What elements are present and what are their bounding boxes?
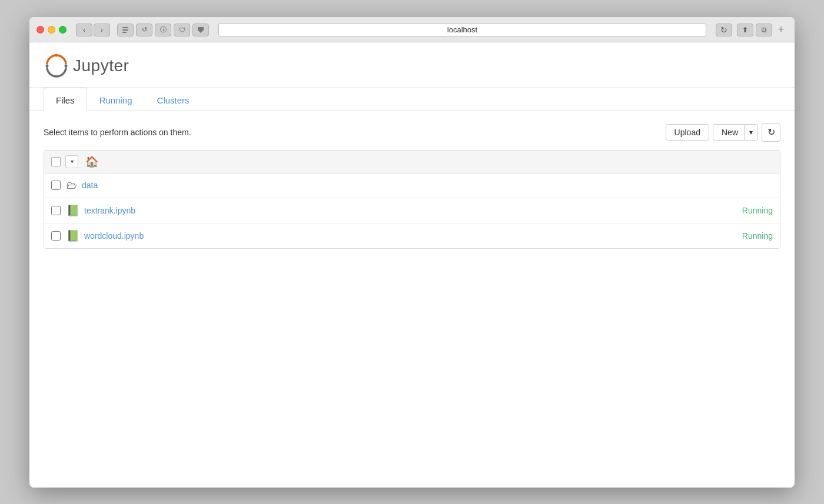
folder-icon: 🗁 [67,179,77,192]
svg-rect-1 [122,29,128,31]
upload-button[interactable]: Upload [666,124,709,141]
svg-rect-2 [122,32,127,33]
file-checkbox-data[interactable] [51,181,61,190]
forward-icon: › [101,26,103,34]
forward-button[interactable]: › [94,24,110,36]
file-link-wordcloud[interactable]: wordcloud.ipynb [84,231,742,241]
nav-group: ‹ › [76,24,110,36]
file-list-header: ▾ 🏠 [44,151,780,173]
reload-toolbar-btn[interactable]: ↺ [136,24,152,36]
tabs-section: Files Running Clusters [29,88,795,111]
refresh-button[interactable]: ↻ [762,123,780,142]
notebook-icon-wordcloud: 📗 [67,229,79,242]
tab-running[interactable]: Running [87,88,145,111]
maximize-button[interactable] [59,26,67,34]
new-dropdown-button[interactable]: ▾ [744,124,758,141]
home-icon[interactable]: 🏠 [85,155,98,168]
select-info-text: Select items to perform actions on them. [44,128,191,137]
jupyter-logo-icon [44,53,69,79]
file-list-container: ▾ 🏠 🗁 data 📗 textrank.ipynb Running [44,150,780,249]
tabs-nav: Files Running Clusters [44,88,780,111]
window-controls-right: ⬆ ⧉ + [737,24,788,36]
table-row: 📗 textrank.ipynb Running [44,198,780,223]
tab-clusters[interactable]: Clusters [145,88,202,111]
pocket-icon [197,26,204,34]
svg-point-4 [65,64,68,67]
file-checkbox-wordcloud[interactable] [51,231,61,241]
back-button[interactable]: ‹ [76,24,92,36]
reload-button[interactable]: ↻ [716,24,732,36]
minimize-button[interactable] [48,26,55,34]
reader-icon [121,26,129,34]
shield-icon-btn[interactable]: 🛡 [174,24,190,36]
svg-point-3 [46,64,49,67]
browser-window: ‹ › ↺ ⓘ 🛡 [29,17,795,488]
notebook-icon-textrank: 📗 [67,204,79,217]
file-link-textrank[interactable]: textrank.ipynb [84,206,742,215]
info-icon-btn[interactable]: ⓘ [155,24,171,36]
pocket-icon-btn[interactable] [192,24,209,36]
new-tab-button[interactable]: + [775,24,788,36]
page-content: Jupyter Files Running Clusters Select it… [29,42,795,488]
table-row: 🗁 data [44,173,780,198]
table-row: 📗 wordcloud.ipynb Running [44,223,780,248]
file-status-textrank: Running [742,206,773,215]
svg-rect-0 [122,27,128,28]
reader-icon-btn[interactable] [117,24,134,36]
traffic-lights [36,26,67,34]
sort-dropdown-button[interactable]: ▾ [65,155,78,168]
back-icon: ‹ [83,26,85,34]
svg-point-5 [55,54,58,56]
toolbar-row: Select items to perform actions on them.… [44,123,780,142]
action-buttons: Upload New ▾ ↻ [666,123,780,142]
share-button[interactable]: ⬆ [737,24,753,36]
tab-overview-button[interactable]: ⧉ [756,24,772,36]
jupyter-header: Jupyter [29,42,795,88]
address-bar-wrapper [218,23,706,37]
jupyter-logo: Jupyter [44,53,780,79]
main-area: Select items to perform actions on them.… [29,111,795,261]
toolbar-icons: ↺ ⓘ 🛡 [117,24,209,36]
jupyter-logo-text: Jupyter [73,56,129,75]
file-checkbox-textrank[interactable] [51,206,61,215]
select-all-checkbox[interactable] [51,157,61,166]
file-status-wordcloud: Running [742,231,773,241]
tab-files[interactable]: Files [44,88,87,111]
reload-icon: ↻ [720,25,727,35]
address-bar[interactable] [218,23,706,37]
browser-chrome: ‹ › ↺ ⓘ 🛡 [29,17,795,42]
new-button-group: New ▾ [713,124,758,141]
close-button[interactable] [36,26,44,34]
file-link-data[interactable]: data [82,181,773,190]
new-button[interactable]: New [713,124,744,141]
